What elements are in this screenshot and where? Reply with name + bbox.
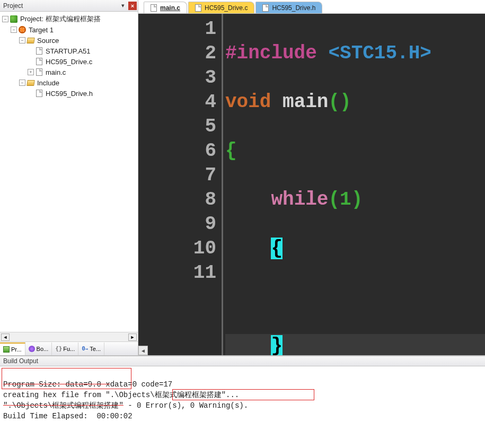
code-content[interactable]: #include <STC15.H> void main() { while(1…	[223, 14, 485, 355]
tree-file[interactable]: STARTUP.A51	[1, 46, 138, 56]
tree-file-label: STARTUP.A51	[46, 47, 91, 55]
books-tab-icon	[29, 346, 35, 352]
project-tab-icon	[3, 346, 10, 353]
expand-icon[interactable]: +	[28, 69, 34, 75]
panel-tab-label: Pr...	[11, 346, 22, 353]
panel-tab-project[interactable]: Pr...	[0, 342, 25, 355]
file-icon	[36, 68, 42, 76]
tree-target[interactable]: − Target 1	[1, 24, 138, 35]
project-icon	[10, 15, 17, 23]
tree-root-label: Project: 框架式编程框架搭	[20, 14, 101, 24]
tree-file[interactable]: HC595_Drive.h	[1, 88, 138, 99]
pin-icon[interactable]: ▾	[119, 2, 127, 10]
code-editor[interactable]: 1 2 3 4 5 6 7 8 9 10 11 #include <STC15.…	[138, 14, 485, 355]
project-panel-title: Project	[3, 2, 23, 10]
build-line: ".\Objects\框架式编程框架搭建"	[3, 401, 124, 410]
collapse-icon[interactable]: −	[11, 27, 17, 33]
panel-tab-label: Te...	[90, 346, 101, 352]
folder-open-icon	[27, 38, 35, 43]
build-output-header: Build Output	[0, 356, 485, 366]
panel-tab-templates[interactable]: 0→ Te...	[78, 342, 104, 355]
file-icon	[36, 47, 42, 55]
file-icon	[36, 58, 42, 65]
project-panel-header: Project ▾ ×	[0, 0, 138, 12]
file-tab-label: HC595_Drive.c	[205, 4, 248, 12]
build-line: Program Size: data=9.0 x	[3, 380, 110, 389]
panel-tab-books[interactable]: Bo...	[25, 342, 52, 355]
tree-group-source[interactable]: − Source	[1, 35, 138, 46]
build-line: creating hex file from "	[3, 391, 110, 399]
project-tree[interactable]: − Project: 框架式编程框架搭 − Target 1 − Source …	[0, 12, 138, 332]
tree-group-label: Include	[37, 79, 59, 87]
file-tab-label: HC595_Drive.h	[272, 4, 315, 12]
line-number-gutter: 1 2 3 4 5 6 7 8 9 10 11	[138, 14, 223, 355]
tree-file-label: main.c	[46, 68, 66, 76]
panel-tabs: Pr... Bo... {} Fu... 0→ Te...	[0, 341, 138, 355]
tree-group-include[interactable]: − Include	[1, 77, 138, 88]
close-icon[interactable]: ×	[128, 2, 137, 10]
templates-tab-icon: 0→	[82, 346, 88, 352]
tree-file-label: HC595_Drive.c	[46, 58, 92, 66]
file-icon	[36, 90, 42, 97]
project-hscroll[interactable]: ◄ ►	[0, 332, 138, 341]
tree-file[interactable]: + main.c	[1, 67, 138, 77]
editor-scroll-left-icon[interactable]: ◄	[138, 346, 148, 355]
build-output-title: Build Output	[3, 357, 38, 365]
build-output[interactable]: Program Size: data=9.0 xdata=0 code=17 c…	[0, 366, 485, 448]
panel-tab-label: Fu...	[63, 346, 75, 352]
editor-area: main.c HC595_Drive.c HC595_Drive.h 1 2 3…	[138, 0, 485, 355]
file-tabs: main.c HC595_Drive.c HC595_Drive.h	[138, 0, 485, 14]
file-icon	[151, 4, 157, 12]
tab-hc595-drive-h[interactable]: HC595_Drive.h	[255, 2, 322, 13]
tab-hc595-drive-c[interactable]: HC595_Drive.c	[188, 2, 254, 13]
project-panel: Project ▾ × − Project: 框架式编程框架搭 − Target…	[0, 0, 138, 355]
file-icon	[262, 4, 269, 12]
tree-file[interactable]: HC595_Drive.c	[1, 56, 138, 67]
collapse-icon[interactable]: −	[2, 16, 8, 22]
matched-brace-close: }	[271, 335, 283, 355]
collapse-icon[interactable]: −	[19, 37, 25, 43]
file-tab-label: main.c	[160, 4, 180, 12]
functions-tab-icon: {}	[55, 346, 61, 352]
tab-main-c[interactable]: main.c	[144, 2, 187, 13]
file-icon	[195, 4, 201, 12]
tree-group-label: Source	[37, 37, 59, 45]
tree-target-label: Target 1	[29, 26, 54, 34]
build-line: Build Time Elapsed: 00:00:02	[3, 412, 133, 420]
collapse-icon[interactable]: −	[19, 80, 25, 86]
scroll-left-icon[interactable]: ◄	[1, 333, 10, 341]
matched-brace-open: {	[271, 238, 283, 259]
target-icon	[19, 26, 26, 33]
panel-tab-label: Bo...	[37, 346, 49, 352]
panel-tab-functions[interactable]: {} Fu...	[52, 342, 78, 355]
tree-root[interactable]: − Project: 框架式编程框架搭	[1, 14, 138, 24]
folder-open-icon	[27, 80, 35, 86]
scroll-right-icon[interactable]: ►	[128, 333, 137, 341]
tree-file-label: HC595_Drive.h	[46, 90, 93, 98]
